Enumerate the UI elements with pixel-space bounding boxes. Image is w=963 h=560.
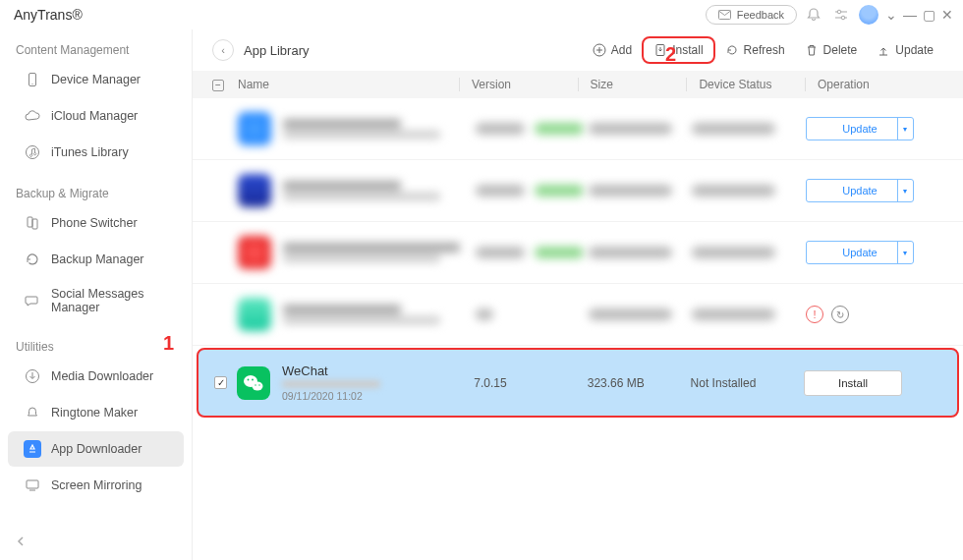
chevron-down-icon[interactable]: ▾ bbox=[897, 242, 913, 263]
content-toolbar: ‹ App Library Add Install Refresh Delete bbox=[193, 29, 963, 71]
col-version[interactable]: Version bbox=[460, 78, 579, 91]
update-icon bbox=[877, 43, 890, 57]
sidebar-item-label: Backup Manager bbox=[51, 252, 144, 266]
account-avatar[interactable] bbox=[858, 4, 879, 26]
svg-rect-7 bbox=[32, 219, 37, 229]
app-status: Not Installed bbox=[691, 376, 757, 390]
add-button[interactable]: Add bbox=[583, 38, 642, 62]
download-icon bbox=[24, 367, 41, 385]
row-install-button[interactable]: Install bbox=[804, 370, 902, 396]
svg-point-14 bbox=[248, 378, 250, 380]
svg-point-4 bbox=[31, 84, 32, 84]
backup-icon bbox=[24, 251, 41, 268]
back-button[interactable]: ‹ bbox=[212, 39, 234, 61]
window-maximize[interactable]: ▢ bbox=[923, 7, 935, 23]
svg-point-2 bbox=[841, 16, 845, 20]
sidebar-item-label: App Downloader bbox=[51, 442, 142, 456]
app-store-icon bbox=[24, 440, 41, 458]
col-name[interactable]: Name bbox=[238, 78, 460, 91]
sidebar-item-label: Phone Switcher bbox=[51, 216, 138, 230]
table-body: Update▾ Update▾ bbox=[193, 98, 963, 418]
cloud-icon bbox=[24, 107, 41, 125]
table-row[interactable]: Update▾ bbox=[193, 98, 963, 160]
ringtone-icon bbox=[24, 404, 41, 421]
sidebar-item-label: Media Downloader bbox=[51, 369, 153, 383]
screen-mirror-icon bbox=[24, 476, 41, 494]
annotation-2: 2 bbox=[665, 43, 676, 66]
row-checkbox[interactable]: ✓ bbox=[214, 376, 227, 389]
window-close[interactable]: ✕ bbox=[941, 7, 953, 23]
app-version: 7.0.15 bbox=[474, 376, 506, 390]
sidebar-item-label: Device Manager bbox=[51, 73, 141, 86]
mail-icon bbox=[718, 10, 731, 20]
select-all-checkbox[interactable]: − bbox=[212, 80, 224, 91]
sidebar-item-icloud-manager[interactable]: iCloud Manager bbox=[8, 98, 184, 134]
app-title: AnyTrans® bbox=[14, 7, 83, 23]
svg-point-1 bbox=[837, 10, 841, 14]
svg-point-13 bbox=[253, 381, 263, 390]
chevron-down-icon[interactable]: ▾ bbox=[897, 118, 913, 140]
sidebar-item-label: iCloud Manager bbox=[51, 109, 138, 123]
row-refresh-icon[interactable]: ↻ bbox=[831, 306, 849, 323]
phone-switch-icon bbox=[24, 214, 41, 232]
sidebar-item-media-downloader[interactable]: Media Downloader bbox=[8, 359, 184, 394]
sidebar-item-ringtone-maker[interactable]: Ringtone Maker bbox=[8, 395, 184, 430]
plus-circle-icon bbox=[593, 43, 606, 57]
feedback-label: Feedback bbox=[737, 9, 784, 21]
sidebar-item-backup-manager[interactable]: Backup Manager bbox=[8, 242, 184, 277]
sidebar-section-title: Content Management bbox=[0, 37, 192, 61]
svg-point-5 bbox=[27, 146, 39, 159]
table-row[interactable]: ! ↻ bbox=[193, 284, 963, 346]
row-update-button[interactable]: Update▾ bbox=[806, 241, 914, 264]
sidebar-section-title: Backup & Migrate bbox=[0, 181, 192, 204]
music-note-icon bbox=[24, 143, 41, 161]
sidebar-item-label: Social Messages Manager bbox=[51, 287, 168, 314]
col-size[interactable]: Size bbox=[579, 78, 688, 91]
wechat-icon bbox=[237, 366, 270, 400]
content-area: 2 ‹ App Library Add Install Refresh Dele… bbox=[193, 29, 963, 560]
sidebar-item-device-manager[interactable]: Device Manager bbox=[8, 62, 184, 97]
trash-icon bbox=[805, 43, 819, 57]
sidebar-item-app-downloader[interactable]: App Downloader bbox=[8, 431, 184, 467]
delete-button[interactable]: Delete bbox=[795, 38, 868, 62]
sidebar-item-screen-mirroring[interactable]: Screen Mirroring bbox=[8, 468, 184, 503]
device-icon bbox=[24, 71, 41, 88]
app-name: WeChat bbox=[282, 364, 380, 378]
chevron-down-icon[interactable]: ▾ bbox=[897, 180, 913, 201]
table-row-selected[interactable]: ✓ WeChat 09/11/2020 11:02 7.0.15 323.66 … bbox=[197, 348, 959, 418]
svg-rect-6 bbox=[28, 217, 32, 227]
app-date: 09/11/2020 11:02 bbox=[282, 390, 380, 402]
refresh-icon bbox=[725, 43, 739, 57]
col-status[interactable]: Device Status bbox=[687, 78, 806, 91]
sidebar-item-itunes-library[interactable]: iTunes Library bbox=[8, 135, 184, 170]
table-row[interactable]: Update▾ bbox=[193, 222, 963, 284]
sidebar-item-phone-switcher[interactable]: Phone Switcher bbox=[8, 205, 184, 241]
sidebar-item-label: Screen Mirroring bbox=[51, 478, 142, 492]
chat-icon bbox=[24, 292, 41, 309]
sidebar-item-label: iTunes Library bbox=[51, 145, 129, 159]
sidebar-item-social-messages[interactable]: Social Messages Manager bbox=[8, 278, 184, 323]
annotation-1: 1 bbox=[163, 332, 174, 355]
install-button[interactable]: Install bbox=[642, 36, 714, 64]
window-header: AnyTrans® Feedback ⌄ — ▢ ✕ bbox=[0, 0, 963, 29]
sidebar-collapse[interactable] bbox=[14, 534, 28, 548]
feedback-button[interactable]: Feedback bbox=[706, 5, 797, 25]
svg-point-17 bbox=[258, 384, 259, 385]
warning-icon[interactable]: ! bbox=[806, 306, 823, 323]
table-row[interactable]: Update▾ bbox=[193, 160, 963, 222]
settings-slider-icon[interactable] bbox=[830, 4, 852, 26]
window-minimize[interactable]: — bbox=[903, 7, 917, 23]
bell-icon[interactable] bbox=[803, 4, 824, 26]
refresh-button[interactable]: Refresh bbox=[715, 38, 795, 62]
app-subtitle-blurred bbox=[282, 380, 380, 388]
breadcrumb-title: App Library bbox=[244, 43, 309, 58]
row-update-button[interactable]: Update▾ bbox=[806, 117, 914, 140]
sidebar: Content Management Device Manager iCloud… bbox=[0, 29, 193, 560]
update-button[interactable]: Update bbox=[867, 38, 943, 62]
svg-point-16 bbox=[255, 384, 255, 385]
row-update-button[interactable]: Update▾ bbox=[806, 179, 914, 202]
svg-point-15 bbox=[252, 378, 254, 380]
col-operation[interactable]: Operation bbox=[806, 78, 943, 91]
window-dropdown[interactable]: ⌄ bbox=[885, 7, 897, 23]
app-size: 323.66 MB bbox=[588, 376, 645, 390]
